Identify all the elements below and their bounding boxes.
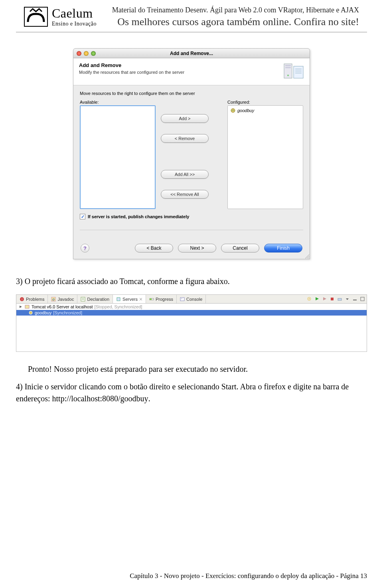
minimize-view-icon[interactable] bbox=[352, 296, 357, 302]
progress-icon bbox=[149, 297, 154, 302]
svg-marker-36 bbox=[20, 306, 22, 308]
configured-listbox[interactable]: goodbuy bbox=[227, 105, 303, 209]
svg-rect-31 bbox=[331, 298, 334, 300]
logo-name: Caelum bbox=[52, 6, 97, 21]
tab-declaration[interactable]: Declaration bbox=[77, 295, 113, 303]
logo: Caelum Ensino e Inovação bbox=[24, 6, 97, 27]
svg-rect-5 bbox=[294, 66, 303, 78]
publish-checkbox-row[interactable]: ✓ If server is started, publish changes … bbox=[80, 214, 303, 219]
tab-console[interactable]: Console bbox=[177, 295, 206, 303]
add-button[interactable]: Add > bbox=[161, 114, 209, 123]
dialog-instruction: Move resources to the right to configure… bbox=[80, 91, 303, 96]
tab-javadoc[interactable]: @ Javadoc bbox=[48, 295, 77, 303]
svg-text:!: ! bbox=[22, 298, 22, 301]
step-4-text: 4) Inicie o servidor clicando com o botã… bbox=[16, 381, 367, 404]
server-panel-body bbox=[16, 316, 367, 351]
maximize-view-icon[interactable] bbox=[360, 296, 365, 302]
svg-rect-35 bbox=[361, 297, 364, 301]
tab-problems[interactable]: ! Problems bbox=[16, 295, 48, 303]
debug-icon[interactable] bbox=[307, 296, 312, 302]
expand-icon[interactable] bbox=[19, 305, 23, 309]
step-3-text: 3) O projeto ficará associado ao Tomcat,… bbox=[16, 275, 367, 287]
svg-point-4 bbox=[287, 75, 289, 76]
svg-rect-2 bbox=[285, 65, 291, 66]
svg-rect-25 bbox=[180, 298, 184, 301]
svg-rect-17 bbox=[81, 297, 85, 301]
dialog-title: Add and Remove... bbox=[73, 51, 310, 56]
svg-marker-29 bbox=[316, 297, 319, 300]
webapp-icon bbox=[230, 108, 236, 113]
checkbox-icon[interactable]: ✓ bbox=[80, 214, 85, 219]
pronto-text: Pronto! Nosso projeto está preparado par… bbox=[28, 363, 355, 375]
svg-rect-34 bbox=[353, 300, 357, 300]
svg-rect-32 bbox=[338, 298, 342, 300]
resize-grip-icon[interactable] bbox=[304, 253, 310, 259]
add-all-button[interactable]: Add All >> bbox=[161, 170, 209, 179]
tabs-row: ! Problems @ Javadoc Declaration Servers… bbox=[16, 295, 367, 304]
caelum-logo-icon bbox=[24, 7, 48, 27]
tab-progress[interactable]: Progress bbox=[146, 295, 177, 303]
list-item[interactable]: goodbuy bbox=[228, 107, 303, 114]
remove-button[interactable]: < Remove bbox=[161, 134, 209, 143]
logo-tagline: Ensino e Inovação bbox=[52, 21, 97, 27]
svg-rect-3 bbox=[285, 67, 291, 68]
header-tagline: Os melhores cursos agora também online. … bbox=[105, 16, 359, 28]
help-button[interactable]: ? bbox=[81, 244, 89, 253]
publish-icon[interactable] bbox=[337, 296, 342, 302]
svg-rect-0 bbox=[24, 7, 47, 26]
svg-point-9 bbox=[231, 109, 235, 112]
available-listbox[interactable] bbox=[80, 105, 156, 209]
tomcat-icon bbox=[24, 304, 30, 310]
page-header: Caelum Ensino e Inovação Material do Tre… bbox=[16, 0, 367, 32]
header-subtitle: Material do Treinamento Desenv. Ágil par… bbox=[105, 6, 359, 14]
webapp-icon bbox=[28, 310, 33, 315]
available-label: Available: bbox=[80, 100, 156, 105]
profile-icon[interactable] bbox=[322, 296, 327, 302]
page-footer: Capítulo 3 - Novo projeto - Exercícios: … bbox=[16, 572, 367, 580]
list-item-label: goodbuy bbox=[237, 108, 254, 113]
svg-text:@: @ bbox=[52, 298, 55, 301]
svg-rect-20 bbox=[117, 298, 120, 301]
add-remove-dialog: Add and Remove... Add and Remove Modify … bbox=[73, 48, 310, 259]
dialog-heading: Add and Remove bbox=[79, 62, 184, 68]
svg-point-38 bbox=[29, 311, 32, 314]
server-tree-child[interactable]: goodbuy [Synchronized] bbox=[16, 310, 367, 316]
svg-point-28 bbox=[309, 298, 310, 300]
svg-line-12 bbox=[308, 258, 309, 258]
server-tree-root[interactable]: Tomcat v6.0 Server at localhost [Stopped… bbox=[16, 304, 367, 310]
problems-icon: ! bbox=[20, 297, 24, 302]
svg-marker-30 bbox=[323, 297, 326, 300]
next-button[interactable]: Next > bbox=[178, 244, 216, 253]
remove-all-button[interactable]: << Remove All bbox=[161, 190, 209, 199]
dialog-banner: Add and Remove Modify the resources that… bbox=[73, 58, 310, 85]
menu-icon[interactable] bbox=[345, 296, 350, 302]
configured-label: Configured: bbox=[227, 100, 303, 105]
svg-marker-33 bbox=[346, 298, 349, 300]
finish-button[interactable]: Finish bbox=[264, 244, 302, 253]
console-icon bbox=[180, 297, 185, 302]
stop-icon[interactable] bbox=[330, 296, 335, 302]
tab-servers[interactable]: Servers bbox=[113, 295, 146, 303]
servers-panel: ! Problems @ Javadoc Declaration Servers… bbox=[16, 294, 367, 352]
declaration-icon bbox=[81, 297, 85, 302]
cancel-button[interactable]: Cancel bbox=[221, 244, 259, 253]
close-tab-icon[interactable] bbox=[139, 298, 142, 301]
javadoc-icon: @ bbox=[51, 297, 56, 302]
dialog-subheading: Modify the resources that are configured… bbox=[79, 70, 184, 75]
svg-rect-24 bbox=[150, 298, 152, 300]
run-icon[interactable] bbox=[314, 296, 320, 302]
dialog-titlebar: Add and Remove... bbox=[73, 49, 310, 58]
servers-icon bbox=[116, 297, 121, 302]
server-configure-icon bbox=[283, 62, 304, 81]
checkbox-label: If server is started, publish changes im… bbox=[88, 214, 189, 219]
svg-rect-37 bbox=[25, 305, 29, 308]
servers-toolbar bbox=[307, 295, 365, 303]
back-button[interactable]: < Back bbox=[135, 244, 173, 253]
